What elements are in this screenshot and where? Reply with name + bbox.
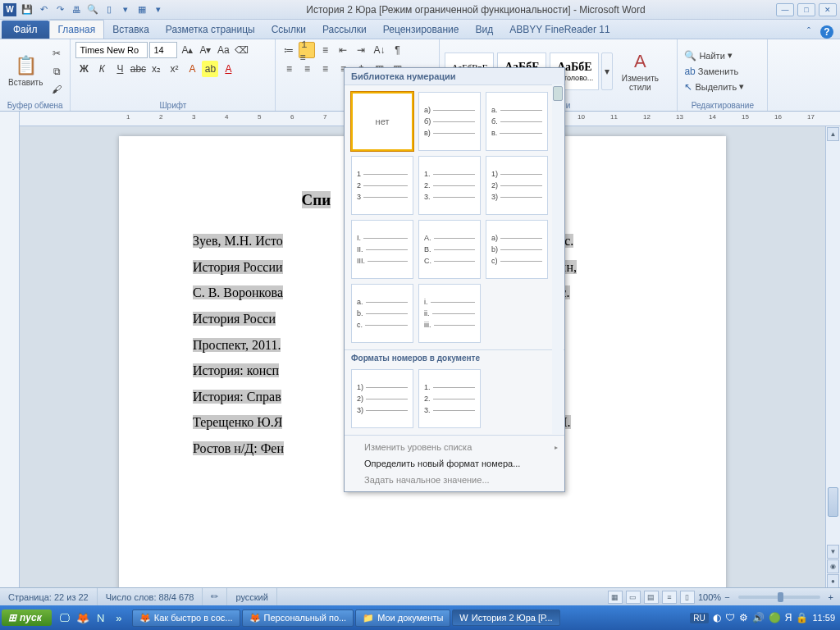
qat-more-icon[interactable]: ▾ bbox=[151, 2, 166, 17]
minimize-button[interactable]: — bbox=[776, 3, 794, 16]
numbering-a-lower-dot[interactable]: a.b.c. bbox=[351, 284, 413, 343]
highlight-button[interactable]: ab bbox=[202, 61, 218, 77]
qat-undo-icon[interactable]: ↶ bbox=[36, 2, 51, 17]
doc-numbering-1-dot[interactable]: 1.2.3. bbox=[418, 369, 481, 428]
minimize-ribbon-icon[interactable]: ˆ bbox=[802, 25, 815, 39]
qat-open-icon[interactable]: ▾ bbox=[118, 2, 133, 17]
numbering-a-lower-paren[interactable]: a)b)c) bbox=[486, 220, 548, 279]
task-firefox-1[interactable]: 🦊Как быстро в сос... bbox=[132, 609, 240, 627]
grow-font-button[interactable]: A▴ bbox=[179, 42, 195, 58]
paste-button[interactable]: 📋 Вставить bbox=[5, 53, 46, 89]
increase-indent-button[interactable]: ⇥ bbox=[353, 42, 369, 58]
numbering-roman-lower[interactable]: i.ii.iii. bbox=[418, 284, 481, 343]
zoom-out-button[interactable]: − bbox=[724, 592, 729, 602]
qat-redo-icon[interactable]: ↷ bbox=[52, 2, 67, 17]
tray-clock[interactable]: 11:59 bbox=[812, 613, 835, 623]
tab-insert[interactable]: Вставка bbox=[104, 21, 158, 39]
ql-desktop-icon[interactable]: 🖵 bbox=[57, 609, 73, 627]
view-web[interactable]: ▤ bbox=[644, 591, 659, 604]
tab-view[interactable]: Вид bbox=[467, 21, 501, 39]
bullets-button[interactable]: ≔ bbox=[281, 42, 297, 58]
font-color-button[interactable]: A bbox=[220, 61, 236, 77]
zoom-in-button[interactable]: + bbox=[829, 592, 833, 602]
multilevel-button[interactable]: ≡ bbox=[317, 42, 333, 58]
bold-button[interactable]: Ж bbox=[75, 61, 92, 77]
zoom-thumb[interactable] bbox=[778, 592, 783, 602]
numbering-a-dot[interactable]: а.б.в. bbox=[486, 92, 548, 151]
numbering-none[interactable]: нет bbox=[351, 92, 413, 151]
gallery-scrollbar[interactable] bbox=[552, 84, 564, 434]
cut-button[interactable]: ✂ bbox=[48, 45, 65, 62]
tray-icon-6[interactable]: 🔒 bbox=[796, 612, 808, 623]
status-page[interactable]: Страница: 22 из 22 bbox=[0, 588, 98, 605]
numbering-1-paren[interactable]: 1)2)3) bbox=[486, 156, 548, 215]
task-explorer[interactable]: 📁Мои документы bbox=[355, 609, 450, 627]
change-styles-button[interactable]: A Изменить стили bbox=[615, 49, 664, 94]
tab-file[interactable]: Файл bbox=[2, 21, 49, 39]
status-language[interactable]: русский bbox=[227, 588, 276, 605]
tab-review[interactable]: Рецензирование bbox=[375, 21, 468, 39]
qat-print-icon[interactable]: 🖶 bbox=[69, 2, 84, 17]
qat-save-icon[interactable]: 💾 bbox=[20, 2, 34, 17]
task-word[interactable]: WИстория 2 Юра [Р... bbox=[452, 609, 559, 626]
scroll-thumb[interactable] bbox=[828, 487, 838, 517]
tab-home[interactable]: Главная bbox=[49, 20, 105, 39]
tray-volume-icon[interactable]: 🔊 bbox=[752, 612, 765, 623]
status-words[interactable]: Число слов: 88/4 678 bbox=[98, 588, 203, 605]
copy-button[interactable]: ⧉ bbox=[48, 63, 65, 80]
ruler-vertical[interactable] bbox=[0, 112, 20, 604]
start-button[interactable]: ⊞пуск bbox=[2, 609, 52, 626]
align-center-button[interactable]: ≡ bbox=[299, 61, 315, 77]
sort-button[interactable]: A↓ bbox=[371, 42, 387, 58]
qat-new-icon[interactable]: ▯ bbox=[102, 2, 116, 17]
gallery-scroll-thumb[interactable] bbox=[553, 86, 563, 101]
superscript-button[interactable]: x² bbox=[166, 61, 182, 77]
help-icon[interactable]: ? bbox=[820, 25, 833, 39]
qat-table-icon[interactable]: ▦ bbox=[135, 2, 149, 17]
numbering-A-upper[interactable]: A.B.C. bbox=[418, 220, 481, 279]
close-button[interactable]: ✕ bbox=[819, 3, 837, 16]
find-button[interactable]: 🔍Найти ▾ bbox=[682, 49, 746, 62]
align-left-button[interactable]: ≡ bbox=[281, 61, 297, 77]
status-spellcheck[interactable]: ✏ bbox=[203, 588, 227, 605]
prev-page-button[interactable]: ◉ bbox=[827, 559, 839, 573]
underline-button[interactable]: Ч bbox=[112, 61, 128, 77]
tray-icon-5[interactable]: Я bbox=[785, 612, 792, 623]
tab-abbyy[interactable]: ABBYY FineReader 11 bbox=[501, 21, 619, 39]
subscript-button[interactable]: x₂ bbox=[148, 61, 164, 77]
shrink-font-button[interactable]: A▾ bbox=[197, 42, 213, 58]
italic-button[interactable]: К bbox=[94, 61, 110, 77]
ql-more-icon[interactable]: » bbox=[111, 609, 127, 627]
change-case-button[interactable]: Aa bbox=[215, 42, 231, 58]
maximize-button[interactable]: □ bbox=[797, 3, 815, 16]
browse-object-button[interactable]: ● bbox=[827, 574, 839, 588]
zoom-slider[interactable] bbox=[738, 596, 820, 599]
tab-layout[interactable]: Разметка страницы bbox=[158, 21, 263, 39]
align-right-button[interactable]: ≡ bbox=[317, 61, 333, 77]
format-painter-button[interactable]: 🖌 bbox=[48, 81, 65, 98]
doc-numbering-1-paren[interactable]: 1)2)3) bbox=[351, 369, 413, 428]
tray-icon-3[interactable]: ⚙ bbox=[739, 612, 748, 623]
zoom-level[interactable]: 100% bbox=[698, 592, 721, 602]
tab-mailings[interactable]: Рассылки bbox=[314, 21, 375, 39]
scrollbar-vertical[interactable]: ▲ ▼ ◉ ● ◉ bbox=[825, 126, 840, 604]
strike-button[interactable]: abc bbox=[130, 61, 146, 77]
tray-icon-4[interactable]: 🟢 bbox=[769, 612, 781, 623]
numbering-1-dot[interactable]: 1.2.3. bbox=[418, 156, 481, 215]
ql-onenote-icon[interactable]: N bbox=[93, 609, 109, 627]
decrease-indent-button[interactable]: ⇤ bbox=[335, 42, 351, 58]
font-name-input[interactable] bbox=[75, 42, 148, 58]
tray-icon-2[interactable]: 🛡 bbox=[725, 612, 735, 623]
styles-more-button[interactable]: ▾ bbox=[601, 52, 613, 90]
text-effects-button[interactable]: A bbox=[184, 61, 200, 77]
clear-format-button[interactable]: ⌫ bbox=[233, 42, 249, 58]
view-print-layout[interactable]: ▦ bbox=[608, 591, 623, 604]
ql-firefox-icon[interactable]: 🦊 bbox=[75, 609, 91, 627]
view-fullscreen[interactable]: ▭ bbox=[626, 591, 641, 604]
numbering-roman-upper[interactable]: I.II.III. bbox=[351, 220, 413, 279]
view-draft[interactable]: ▯ bbox=[680, 591, 695, 604]
view-outline[interactable]: ≡ bbox=[662, 591, 677, 604]
tray-icon-1[interactable]: ◐ bbox=[713, 612, 721, 623]
task-firefox-2[interactable]: 🦊Персональный по... bbox=[242, 609, 354, 627]
font-size-input[interactable] bbox=[149, 42, 177, 58]
